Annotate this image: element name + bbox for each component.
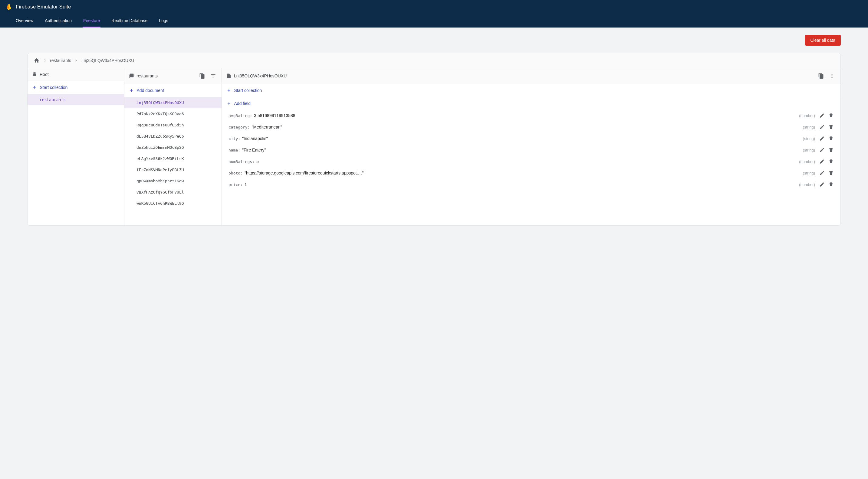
field-value: 3.5816899119913588 (254, 113, 797, 118)
plus-icon: + (227, 88, 230, 93)
root-collection-list: restaurants (28, 94, 124, 105)
column-fields-header: Lnj35QLQW3x4PHosOUXU (222, 68, 840, 84)
field-actions (819, 113, 834, 118)
column-documents-header: restaurants (124, 68, 221, 84)
field-type: (string) (803, 125, 815, 129)
field-value: 5 (256, 159, 797, 164)
app-header: Firebase Emulator Suite Overview Authent… (0, 0, 868, 28)
trash-icon[interactable] (828, 182, 834, 187)
field-actions (819, 147, 834, 153)
document-item[interactable]: Lnj35QLQW3x4PHosOUXU (124, 97, 221, 108)
document-item[interactable]: dnZokuiZOEmrnMOcBpSO (124, 142, 221, 153)
chevron-right-icon (43, 58, 47, 63)
tab-firestore[interactable]: Firestore (83, 14, 100, 28)
field-value: "Mediterranean" (251, 125, 801, 129)
document-item[interactable]: wnRoGUiCTv6hRBWELl9Q (124, 198, 221, 209)
trash-icon[interactable] (828, 159, 834, 164)
trash-icon[interactable] (828, 136, 834, 141)
pencil-icon[interactable] (819, 136, 825, 141)
field-key: photo: (228, 171, 243, 175)
start-collection-label: Start collection (40, 85, 68, 90)
plus-icon: + (130, 88, 133, 93)
pencil-icon[interactable] (819, 113, 825, 118)
trash-icon[interactable] (828, 170, 834, 176)
start-subcollection-button[interactable]: + Start collection (222, 84, 840, 97)
field-actions (819, 182, 834, 187)
filter-icon[interactable] (209, 72, 217, 80)
field-row: photo:"https://storage.googleapis.com/fi… (222, 167, 840, 179)
document-item[interactable]: Rqq3DcuUdHTsOBfOSd5h (124, 119, 221, 131)
column-documents: restaurants + Add document Lnj35QLQW3x4P… (124, 68, 222, 225)
pencil-icon[interactable] (819, 159, 825, 164)
field-type: (number) (799, 113, 815, 118)
nav-tabs: Overview Authentication Firestore Realti… (6, 14, 862, 28)
plus-icon: + (33, 85, 36, 90)
plus-icon: + (227, 101, 230, 106)
field-key: name: (228, 148, 240, 152)
database-icon (32, 72, 37, 77)
document-item[interactable]: vBXfFAzOfqYGCfbFVULl (124, 186, 221, 198)
document-icon (226, 73, 231, 79)
pencil-icon[interactable] (819, 147, 825, 153)
field-value: "https://storage.googleapis.com/firestor… (245, 171, 801, 175)
tab-overview[interactable]: Overview (15, 14, 34, 28)
trash-icon[interactable] (828, 124, 834, 130)
collection-item-restaurants[interactable]: restaurants (28, 94, 124, 105)
svg-point-2 (831, 77, 832, 78)
field-value: 1 (245, 182, 797, 187)
field-key: city: (228, 136, 240, 141)
field-key: avgRating: (228, 113, 252, 118)
chevron-right-icon (74, 58, 79, 63)
field-type: (number) (799, 182, 815, 187)
trash-icon[interactable] (828, 147, 834, 153)
firebase-logo-icon (6, 4, 13, 10)
field-type: (number) (799, 159, 815, 164)
clear-all-data-button[interactable]: Clear all data (805, 35, 841, 46)
add-field-label: Add field (234, 101, 251, 106)
breadcrumb-collection[interactable]: restaurants (50, 58, 71, 63)
pencil-icon[interactable] (819, 170, 825, 176)
field-row: price:1(number) (222, 179, 840, 190)
field-key: price: (228, 182, 243, 187)
document-item[interactable]: eLAgYxeSS6k2zWORiLcK (124, 153, 221, 164)
field-row: city:"Indianapolis"(string) (222, 133, 840, 144)
start-collection-button[interactable]: + Start collection (28, 81, 124, 94)
field-type: (string) (803, 148, 815, 152)
column-root-title: Root (40, 72, 120, 77)
field-value: "Indianapolis" (242, 136, 801, 141)
more-vert-icon[interactable] (828, 72, 836, 80)
collection-icon (129, 73, 134, 79)
home-icon[interactable] (34, 58, 40, 64)
svg-point-1 (831, 75, 832, 76)
document-item[interactable]: Pd7oNz2eXKxTQsKO9va6 (124, 108, 221, 119)
copy-icon[interactable] (198, 72, 207, 80)
header-title-row: Firebase Emulator Suite (6, 4, 862, 12)
field-actions (819, 136, 834, 141)
svg-point-0 (831, 74, 832, 75)
field-row: category:"Mediterranean"(string) (222, 121, 840, 133)
column-fields: Lnj35QLQW3x4PHosOUXU + Start collection … (222, 68, 840, 225)
field-actions (819, 159, 834, 164)
document-item[interactable]: dL5B4vLDZZubSRy5PeQp (124, 131, 221, 142)
pencil-icon[interactable] (819, 182, 825, 187)
start-subcollection-label: Start collection (234, 88, 262, 93)
add-field-button[interactable]: + Add field (222, 97, 840, 110)
field-list: avgRating:3.5816899119913588(number)cate… (222, 110, 840, 190)
field-type: (string) (803, 171, 815, 175)
field-key: category: (228, 125, 250, 129)
document-item[interactable]: fEcZoNSVMNoPefyPBLZH (124, 164, 221, 175)
document-item[interactable]: qpOwXmohoMhKpnzt1Kgw (124, 175, 221, 186)
breadcrumb-document[interactable]: Lnj35QLQW3x4PHosOUXU (82, 58, 134, 63)
firestore-panel: restaurants Lnj35QLQW3x4PHosOUXU Root + … (27, 53, 841, 226)
copy-icon[interactable] (817, 72, 825, 80)
tab-authentication[interactable]: Authentication (44, 14, 72, 28)
trash-icon[interactable] (828, 113, 834, 118)
add-document-button[interactable]: + Add document (124, 84, 221, 97)
column-fields-title: Lnj35QLQW3x4PHosOUXU (234, 73, 814, 78)
tab-logs[interactable]: Logs (158, 14, 168, 28)
field-actions (819, 170, 834, 176)
field-row: name:"Fire Eatery"(string) (222, 144, 840, 156)
pencil-icon[interactable] (819, 124, 825, 130)
field-actions (819, 124, 834, 130)
tab-realtime-database[interactable]: Realtime Database (111, 14, 148, 28)
